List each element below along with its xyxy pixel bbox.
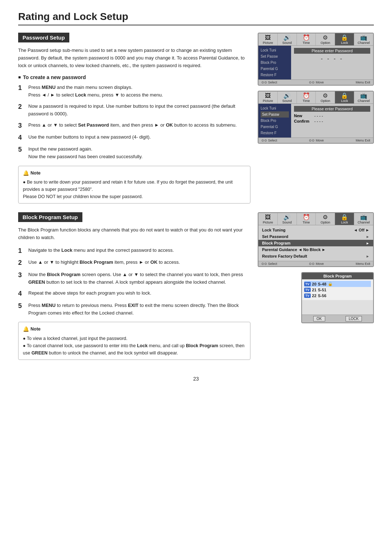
option-label-2: Option	[320, 99, 330, 103]
sound-icon-1: 🔊	[278, 35, 296, 41]
sidebar-set-password-1: Set Passw	[261, 53, 289, 59]
page-number: 23	[18, 376, 374, 382]
time-icon-1: ⏰	[298, 35, 315, 41]
tv-menu-time-1: ⏰ Time	[297, 33, 316, 45]
tv-menu-time-3: ⏰ Time	[297, 213, 316, 225]
tv-popup-2: Please enter Password New - - - - Confir…	[291, 104, 373, 138]
time-icon-2: ⏰	[298, 93, 315, 99]
restore-factory-row: Restore Factory Default ►	[258, 253, 373, 259]
tv-footer-3: ⊙⊙ Select ⊙⊙ Move Menu Exit	[258, 261, 373, 266]
step-text-5: Input the new password again.Now the new…	[28, 145, 250, 161]
tv-menu-picture-2: 🖼 Picture	[258, 91, 278, 103]
bp-channel-name-3: S-56	[318, 294, 326, 298]
channel-icon-2: 📺	[355, 93, 372, 99]
tv-menu-option-1: ⚙ Option	[316, 33, 335, 45]
sidebar-restore-1: Restore F	[261, 72, 289, 78]
sidebar-block-program-2: Block Pro	[261, 118, 289, 124]
tv-footer-1: ⊙⊙ Select ⊙⊙ Move Menu Exit	[258, 79, 373, 85]
lock-label-2: Lock	[341, 99, 348, 103]
channel-icon-1: 📺	[355, 35, 372, 41]
footer-move-1: ⊙⊙ Move	[309, 81, 324, 84]
bp-step-text-5: Press MENU to return to previous menu. P…	[28, 302, 250, 317]
sidebar-set-password-2: Set Passw	[261, 111, 289, 118]
bp-tv-badge-1: TV	[304, 282, 311, 286]
popup-new-dots: - - - -	[314, 114, 323, 118]
bp-channel-num-2: 21	[312, 288, 317, 292]
channel-label-3: Channel	[358, 221, 370, 224]
bp-step-2: 2 Use ▲ or ▼ to highlight Block Program …	[18, 259, 250, 267]
popup-dots-1: - - - -	[294, 56, 370, 62]
lock-icon-1: 🔒	[336, 35, 353, 41]
tv-sidebar-2: Lock Tuni Set Passw Block Pro Parental G…	[258, 104, 291, 138]
password-step-2: 2 Now a password is required to input. U…	[18, 103, 250, 118]
step-num-1: 1	[18, 84, 25, 99]
lock-icon-3: 🔒	[336, 214, 353, 220]
bp-channel-num-1: 20	[312, 282, 317, 286]
block-program-steps-list: 1 Navigate to the Lock menu and input th…	[18, 247, 250, 317]
time-label-2: Time	[303, 99, 310, 103]
tv-menu-channel-3: 📺 Channel	[354, 213, 373, 225]
bp-channel-22: TV 22 S-56	[304, 293, 371, 299]
tv-menu-option-3: ⚙ Option	[316, 213, 335, 225]
step-num-5: 5	[18, 145, 25, 161]
tv-popup-1: Please enter Password - - - -	[291, 46, 373, 79]
sidebar-parental-1: Parental G	[261, 66, 289, 72]
bp-note-line-1: ● To view a locked channel, just input t…	[23, 335, 246, 342]
password-setup-section: Password Setup The Password setup sub-me…	[18, 33, 374, 209]
footer-exit-3: Menu Exit	[356, 262, 370, 266]
bp-footer: OK LOCK	[302, 315, 373, 323]
lock-label-3: Lock	[341, 221, 348, 224]
set-password-row: Set Password ►	[258, 233, 373, 240]
bp-lock-button[interactable]: LOCK	[346, 316, 362, 321]
tv-body-2: Lock Tuni Set Passw Block Pro Parental G…	[258, 104, 373, 138]
step-num-2: 2	[18, 103, 25, 118]
password-step-1: 1 Press MENU and the main menu screen di…	[18, 84, 250, 99]
lock-label-1: Lock	[341, 41, 348, 45]
bp-screen-title: Block Program	[302, 273, 373, 279]
lock-tuning-row: Lock Tuning ◄ Off ►	[258, 227, 373, 233]
time-label-1: Time	[303, 41, 310, 45]
tv-menu-sound-2: 🔊 Sound	[278, 91, 297, 103]
tv-screen-1: 🖼 Picture 🔊 Sound ⏰ Time ⚙ Option 🔒	[258, 33, 374, 86]
footer-move-2: ⊙⊙ Move	[309, 139, 324, 142]
step-text-4: Use the number buttons to input a new pa…	[28, 134, 250, 142]
sidebar-block-program-1: Block Pro	[261, 59, 289, 66]
bp-step-num-5: 5	[18, 302, 25, 317]
bp-note-line-2: ● To cancel channel lock, use password t…	[23, 342, 246, 357]
tv-screen-3: 🖼 Picture 🔊 Sound ⏰ Time ⚙ Option 🔒	[258, 212, 374, 267]
tv-menu-lock-2: 🔒 Lock	[335, 91, 354, 103]
bp-ok-button[interactable]: OK	[313, 316, 325, 321]
password-steps-list: 1 Press MENU and the main menu screen di…	[18, 84, 250, 161]
tv-menu-lock-3: 🔒 Lock	[335, 213, 354, 225]
popup-title-2: Please enter Password	[294, 106, 370, 112]
block-program-row-selected: Block Program ►	[258, 240, 373, 246]
bp-step-3: 3 Now the Block Program screen opens. Us…	[18, 271, 250, 286]
note-icon-1: 🔔	[23, 169, 29, 177]
bp-step-1: 1 Navigate to the Lock menu and input th…	[18, 247, 250, 255]
block-program-heading: Block Program Setup	[18, 212, 82, 222]
bp-channel-list: TV 20 S-48 🔒 TV 21 S-51 TV 22 S-56	[302, 279, 373, 300]
sidebar-lock-tuning-2: Lock Tuni	[261, 105, 289, 111]
lock-icon-2: 🔒	[336, 93, 353, 99]
footer-exit-1: Menu Exit	[356, 81, 370, 84]
bp-channel-num-3: 22	[312, 294, 317, 298]
footer-select-1: ⊙⊙ Select	[261, 81, 277, 84]
password-step-5: 5 Input the new password again.Now the n…	[18, 145, 250, 161]
popup-title-1: Please enter Password	[294, 48, 370, 54]
sound-label-3: Sound	[282, 221, 292, 224]
tv-menu-option-2: ⚙ Option	[316, 91, 335, 103]
block-program-right-col: 🖼 Picture 🔊 Sound ⏰ Time ⚙ Option 🔒	[258, 212, 374, 365]
bp-spacer	[302, 300, 373, 315]
bp-step-5: 5 Press MENU to return to previous menu.…	[18, 302, 250, 317]
sound-label-1: Sound	[282, 41, 292, 45]
tv-menu-channel-1: 📺 Channel	[354, 33, 373, 45]
popup-new-label: New	[294, 114, 312, 118]
password-step-3: 3 Press ▲ or ▼ to select Set Password it…	[18, 122, 250, 130]
popup-new-row: New - - - -	[294, 114, 370, 118]
footer-select-3: ⊙⊙ Select	[261, 262, 277, 266]
note-label-1: 🔔 Note	[23, 169, 246, 177]
note-line-2: Please DO NOT let your children know the…	[23, 193, 246, 200]
password-right-col: 🖼 Picture 🔊 Sound ⏰ Time ⚙ Option 🔒	[258, 33, 374, 209]
bp-channel-20: TV 20 S-48 🔒	[304, 281, 371, 287]
footer-move-3: ⊙⊙ Move	[309, 262, 324, 266]
